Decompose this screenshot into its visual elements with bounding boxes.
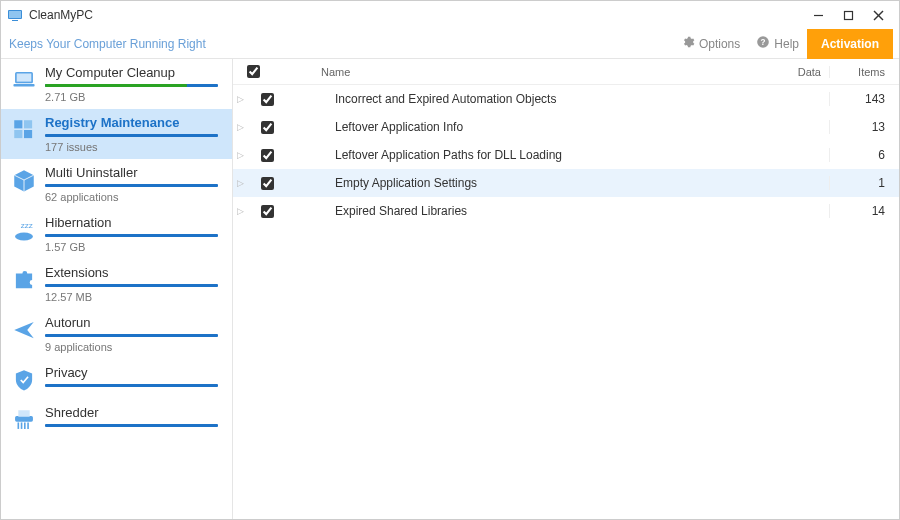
plane-icon <box>11 317 37 343</box>
row-items: 14 <box>829 204 899 218</box>
gear-icon <box>681 35 695 52</box>
sidebar-item-bar <box>45 84 218 87</box>
sidebar-item-extensions[interactable]: Extensions12.57 MB <box>1 259 232 309</box>
sidebar-item-title: Extensions <box>45 265 218 280</box>
sidebar-item-autorun[interactable]: Autorun9 applications <box>1 309 232 359</box>
minimize-button[interactable] <box>803 3 833 27</box>
column-name[interactable]: Name <box>273 66 759 78</box>
sidebar-item-bar <box>45 334 218 337</box>
svg-rect-1 <box>9 11 21 18</box>
titlebar: CleanMyPC <box>1 1 899 29</box>
svg-rect-10 <box>17 74 32 82</box>
sidebar-item-sub: 2.71 GB <box>45 91 218 103</box>
activation-button[interactable]: Activation <box>807 29 893 59</box>
box-icon <box>11 167 37 193</box>
row-name: Expired Shared Libraries <box>287 204 759 218</box>
app-title: CleanMyPC <box>29 8 93 22</box>
row-name: Leftover Application Info <box>287 120 759 134</box>
sidebar-item-hibernation[interactable]: zzzHibernation1.57 GB <box>1 209 232 259</box>
sidebar-item-title: Shredder <box>45 405 218 420</box>
row-checkbox[interactable] <box>247 121 287 134</box>
table-row[interactable]: ▷Leftover Application Paths for DLL Load… <box>233 141 899 169</box>
svg-text:zzz: zzz <box>21 221 33 230</box>
sidebar-item-title: Privacy <box>45 365 218 380</box>
row-checkbox[interactable] <box>247 149 287 162</box>
table-row[interactable]: ▷Incorrect and Expired Automation Object… <box>233 85 899 113</box>
app-icon <box>7 7 23 23</box>
svg-rect-19 <box>18 410 29 417</box>
row-name: Empty Application Settings <box>287 176 759 190</box>
svg-rect-18 <box>15 416 33 422</box>
header-row: Keeps Your Computer Running Right Option… <box>1 29 899 59</box>
help-icon: ? <box>756 35 770 52</box>
row-name: Leftover Application Paths for DLL Loadi… <box>287 148 759 162</box>
svg-rect-15 <box>24 130 32 138</box>
sidebar-item-sub: 1.57 GB <box>45 241 218 253</box>
row-checkbox[interactable] <box>247 205 287 218</box>
sidebar-item-title: My Computer Cleanup <box>45 65 218 80</box>
options-label: Options <box>699 37 740 51</box>
shredder-icon <box>11 407 37 433</box>
expand-triangle-icon[interactable]: ▷ <box>233 178 247 188</box>
row-items: 143 <box>829 92 899 106</box>
sidebar-item-sub: 12.57 MB <box>45 291 218 303</box>
expand-triangle-icon[interactable]: ▷ <box>233 206 247 216</box>
row-items: 6 <box>829 148 899 162</box>
row-items: 13 <box>829 120 899 134</box>
laptop-icon <box>11 67 37 93</box>
table-row[interactable]: ▷Expired Shared Libraries14 <box>233 197 899 225</box>
sidebar-item-bar <box>45 134 218 137</box>
sidebar-item-sub: 177 issues <box>45 141 218 153</box>
options-button[interactable]: Options <box>673 29 748 59</box>
row-checkbox[interactable] <box>247 93 287 106</box>
cubes-icon <box>11 117 37 143</box>
sidebar-item-title: Hibernation <box>45 215 218 230</box>
help-button[interactable]: ? Help <box>748 29 807 59</box>
svg-rect-14 <box>14 130 22 138</box>
svg-text:?: ? <box>761 38 766 47</box>
content: Name Data Items ▷Incorrect and Expired A… <box>233 59 899 519</box>
sidebar-item-title: Registry Maintenance <box>45 115 218 130</box>
list-body: ▷Incorrect and Expired Automation Object… <box>233 85 899 225</box>
list-header: Name Data Items <box>233 59 899 85</box>
sidebar-item-my-computer-cleanup[interactable]: My Computer Cleanup2.71 GB <box>1 59 232 109</box>
sidebar-item-title: Multi Uninstaller <box>45 165 218 180</box>
sidebar-item-bar <box>45 424 218 427</box>
sidebar-item-title: Autorun <box>45 315 218 330</box>
help-label: Help <box>774 37 799 51</box>
svg-rect-2 <box>12 20 18 21</box>
sidebar-item-bar <box>45 284 218 287</box>
sidebar-item-multi-uninstaller[interactable]: Multi Uninstaller62 applications <box>1 159 232 209</box>
header-checkbox[interactable] <box>233 65 273 78</box>
sidebar-item-bar <box>45 384 218 387</box>
main: My Computer Cleanup2.71 GBRegistry Maint… <box>1 59 899 519</box>
svg-rect-4 <box>844 11 852 19</box>
activation-label: Activation <box>821 37 879 51</box>
sidebar-item-bar <box>45 234 218 237</box>
shield-icon <box>11 367 37 393</box>
close-button[interactable] <box>863 3 893 27</box>
sidebar-item-shredder[interactable]: Shredder <box>1 399 232 439</box>
maximize-button[interactable] <box>833 3 863 27</box>
tagline: Keeps Your Computer Running Right <box>9 37 206 51</box>
row-name: Incorrect and Expired Automation Objects <box>287 92 759 106</box>
sidebar-item-privacy[interactable]: Privacy <box>1 359 232 399</box>
row-items: 1 <box>829 176 899 190</box>
table-row[interactable]: ▷Empty Application Settings1 <box>233 169 899 197</box>
sidebar-item-sub: 62 applications <box>45 191 218 203</box>
expand-triangle-icon[interactable]: ▷ <box>233 150 247 160</box>
column-items[interactable]: Items <box>829 66 899 78</box>
row-checkbox[interactable] <box>247 177 287 190</box>
svg-rect-13 <box>24 120 32 128</box>
expand-triangle-icon[interactable]: ▷ <box>233 122 247 132</box>
table-row[interactable]: ▷Leftover Application Info13 <box>233 113 899 141</box>
sidebar-item-bar <box>45 184 218 187</box>
svg-rect-11 <box>13 84 34 86</box>
expand-triangle-icon[interactable]: ▷ <box>233 94 247 104</box>
sidebar-item-sub: 9 applications <box>45 341 218 353</box>
puzzle-icon <box>11 267 37 293</box>
column-data[interactable]: Data <box>759 66 829 78</box>
sidebar: My Computer Cleanup2.71 GBRegistry Maint… <box>1 59 233 519</box>
svg-point-16 <box>15 232 33 240</box>
sidebar-item-registry-maintenance[interactable]: Registry Maintenance177 issues <box>1 109 232 159</box>
